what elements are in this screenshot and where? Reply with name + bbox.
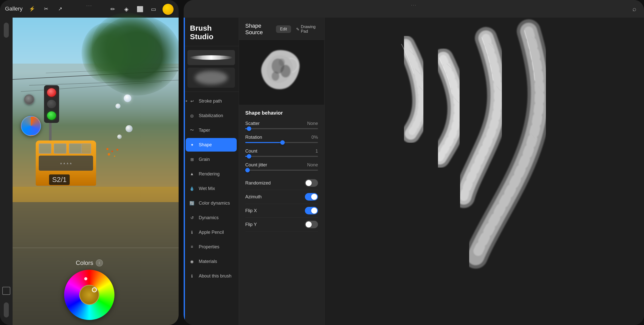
nav-shape[interactable]: ✦ Shape xyxy=(186,138,237,152)
nav-grain[interactable]: ⊞ Grain xyxy=(184,152,239,167)
taper-icon: 〜 xyxy=(189,127,195,133)
count-value: 1 xyxy=(315,149,318,154)
rotation-setting: Rotation 0% xyxy=(245,135,318,143)
left-sidebar xyxy=(0,18,13,325)
dynamics-icon: ↺ xyxy=(189,214,195,221)
azimuth-toggle[interactable] xyxy=(305,193,318,201)
modify-icon[interactable]: ⚡ xyxy=(28,4,37,13)
apple-pencil-icon: ℹ xyxy=(189,229,195,236)
procreate-toolbar: Gallery ⚡ ✂ ↗ ··· ✏ ◈ ⬜ ▭ xyxy=(0,0,179,18)
shape-source-header: Shape Source Edit ✎ Drawing Pad xyxy=(239,18,324,40)
count-jitter-setting: Count jitter None xyxy=(245,162,318,171)
s2-display: S2/1 xyxy=(49,174,70,185)
taper-label: Taper xyxy=(199,128,210,133)
pen-tool-icon[interactable]: ✏ xyxy=(108,5,117,14)
canvas-frame xyxy=(2,287,10,295)
nav-dot xyxy=(186,100,187,102)
edit-button[interactable]: Edit xyxy=(276,25,291,33)
svg-point-2 xyxy=(272,72,279,81)
colors-panel: Colors i xyxy=(64,259,114,320)
nav-taper[interactable]: 〜 Taper xyxy=(184,123,239,137)
layers-icon[interactable]: ▭ xyxy=(149,5,158,14)
shape-preview-svg xyxy=(250,43,313,101)
colors-label: Colors xyxy=(76,259,93,266)
scatter-value: None xyxy=(307,121,318,126)
selection-icon[interactable]: ✂ xyxy=(42,4,51,13)
settings-panel: Shape Source Edit ✎ Drawing Pad xyxy=(239,18,325,325)
shape-behavior-title: Shape behavior xyxy=(245,110,318,116)
stabilization-label: Stabilization xyxy=(199,113,223,118)
search-icon[interactable]: ⌕ xyxy=(632,5,636,13)
brush-oval-preview[interactable] xyxy=(187,68,235,88)
brush-preview-section xyxy=(184,46,239,92)
right-toolbar: ··· ⌕ xyxy=(184,0,644,18)
more-dots[interactable]: ··· xyxy=(86,3,92,8)
rotation-slider[interactable] xyxy=(245,142,318,143)
randomized-row: Randomized xyxy=(245,176,318,190)
canvas-area[interactable] xyxy=(325,18,644,325)
color-info-icon[interactable]: i xyxy=(96,259,103,266)
transform-icon[interactable]: ↗ xyxy=(56,4,65,13)
scatter-slider[interactable] xyxy=(245,128,318,129)
drawing-pad-button[interactable]: ✎ Drawing Pad xyxy=(296,25,318,34)
nav-materials[interactable]: ◉ Materials xyxy=(184,254,239,269)
flip-y-row: Flip Y xyxy=(245,218,318,231)
nav-rendering[interactable]: ▲ Rendering xyxy=(184,167,239,181)
svg-point-1 xyxy=(280,65,291,77)
brush-strokes-svg xyxy=(325,18,644,325)
right-ipad: ··· ⌕ Brush Studio xyxy=(184,0,644,325)
flip-y-toggle[interactable] xyxy=(305,221,318,228)
count-jitter-label: Count jitter xyxy=(245,162,267,168)
nav-dynamics[interactable]: ↺ Dynamics xyxy=(184,210,239,225)
opacity-slider[interactable] xyxy=(4,302,9,317)
color-wheel[interactable] xyxy=(64,270,114,320)
flip-x-toggle[interactable] xyxy=(305,207,318,214)
gallery-button[interactable]: Gallery xyxy=(5,6,23,12)
count-jitter-slider[interactable] xyxy=(245,170,318,171)
flip-x-label: Flip X xyxy=(245,208,257,213)
nav-about-brush[interactable]: ℹ About this brush xyxy=(184,269,239,283)
stroke-path-label: Stroke path xyxy=(199,99,222,104)
drawing-pad-icon: ✎ xyxy=(296,27,299,32)
azimuth-row: Azimuth xyxy=(245,190,318,204)
brush-stroke-preview[interactable] xyxy=(187,50,235,65)
scatter-setting: Scatter None xyxy=(245,121,318,129)
nav-items: ↩ Stroke path ◎ Stabilization 〜 Taper xyxy=(184,92,239,285)
count-label: Count xyxy=(245,149,257,154)
smudge-tool-icon[interactable]: ◈ xyxy=(122,5,131,14)
brush-list-panel: Brush Studio ↩ xyxy=(184,18,239,325)
grain-label: Grain xyxy=(199,157,210,162)
materials-icon: ◉ xyxy=(189,258,195,265)
color-dynamics-label: Color dynamics xyxy=(199,201,230,206)
right-more-dots[interactable]: ··· xyxy=(411,3,417,8)
color-dynamics-icon: 🔄 xyxy=(189,200,195,206)
apple-pencil-label: Apple Pencil xyxy=(199,230,224,235)
properties-label: Properties xyxy=(199,244,219,250)
shape-source-title: Shape Source xyxy=(245,23,276,36)
shape-label: Shape xyxy=(199,142,212,148)
stroke-path-icon: ↩ xyxy=(189,98,195,104)
wet-mix-icon: 💧 xyxy=(189,185,195,192)
materials-label: Materials xyxy=(199,259,217,264)
about-brush-label: About this brush xyxy=(199,273,231,279)
rendering-label: Rendering xyxy=(199,171,220,177)
svg-point-3 xyxy=(279,59,285,66)
nav-properties[interactable]: ≡ Properties xyxy=(184,240,239,254)
count-slider[interactable] xyxy=(245,156,318,157)
count-setting: Count 1 xyxy=(245,149,318,157)
nav-wet-mix[interactable]: 💧 Wet Mix xyxy=(184,181,239,196)
eraser-tool-icon[interactable]: ⬜ xyxy=(135,5,144,14)
nav-apple-pencil[interactable]: ℹ Apple Pencil xyxy=(184,225,239,240)
shape-icon: ✦ xyxy=(189,142,195,148)
dynamics-label: Dynamics xyxy=(199,215,219,220)
nav-color-dynamics[interactable]: 🔄 Color dynamics xyxy=(184,196,239,210)
color-swatch[interactable] xyxy=(163,4,174,15)
nav-stroke-path[interactable]: ↩ Stroke path xyxy=(184,94,239,108)
grain-icon: ⊞ xyxy=(189,156,195,163)
nav-stabilization[interactable]: ◎ Stabilization xyxy=(184,108,239,123)
rendering-icon: ▲ xyxy=(189,171,195,177)
brush-size-slider[interactable] xyxy=(4,23,9,38)
count-jitter-value: None xyxy=(307,162,318,168)
rotation-value: 0% xyxy=(311,135,318,140)
randomized-toggle[interactable] xyxy=(305,179,318,187)
